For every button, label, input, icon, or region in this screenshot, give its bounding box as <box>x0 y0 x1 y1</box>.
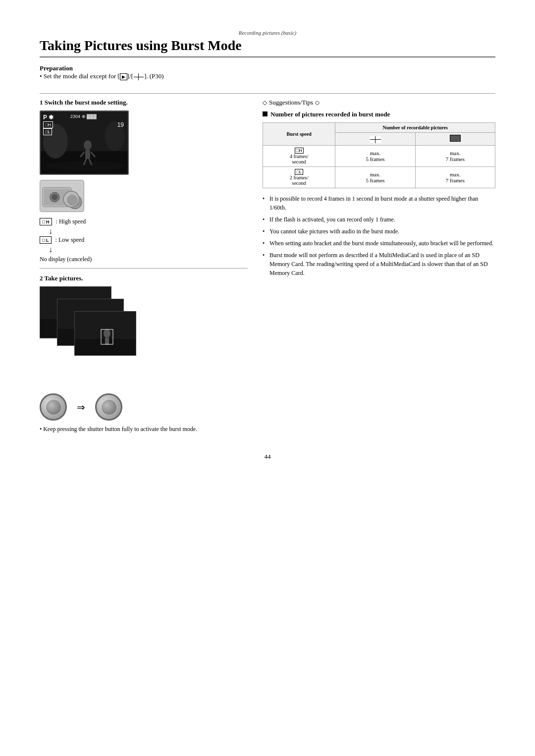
burst-photo-3 <box>74 311 136 356</box>
black-square-icon <box>263 111 268 116</box>
arrow-right-icon: ⇒ <box>77 401 85 413</box>
burst-icons: □H : High speed ↓ □L : Low speed ↓ No di… <box>40 218 248 263</box>
table-cell-val2-row1: max.7 frames <box>415 145 495 166</box>
section-title-text: Number of pictures recorded in burst mod… <box>270 110 390 118</box>
camera-count-indicator: 2304 ⊕ ▓▓▓ <box>70 114 97 119</box>
table-header-icon2 <box>415 133 495 146</box>
high-speed-label: : High speed <box>56 218 86 225</box>
page-title: Taking Pictures using Burst Mode <box>40 38 495 57</box>
tip-item-5: Burst mode will not perform as described… <box>263 251 495 277</box>
tip-item-3: You cannot take pictures with audio in t… <box>263 227 495 236</box>
camera-screen: P ✱ 2304 ⊕ ▓▓▓ 19 □H □L <box>40 110 129 175</box>
low-speed-label: : Low speed <box>55 236 85 244</box>
tip-item-4: When setting auto bracket and the burst … <box>263 239 495 248</box>
tip-item-2: If the flash is activated, you can recor… <box>263 215 495 224</box>
preparation-label: Preparation <box>40 64 495 72</box>
table-header-speed: Burst speed <box>263 123 335 146</box>
shutter-button-1 <box>40 393 67 421</box>
dial-svg <box>40 180 84 212</box>
low-speed-icon: □L <box>40 236 52 244</box>
table-header-icon1 <box>335 133 415 146</box>
controls-row <box>40 180 248 212</box>
section-block-title: Number of pictures recorded in burst mod… <box>263 110 495 118</box>
shutter-row: ⇒ <box>40 393 248 421</box>
table-cell-val1-row2: max.5 frames <box>335 166 415 188</box>
camera-dial-image <box>40 180 84 212</box>
svg-point-14 <box>68 195 82 209</box>
tips-bullets: It is possible to record 4 frames in 1 s… <box>263 194 495 277</box>
camera-preview-svg <box>41 111 129 175</box>
table-row: □L 2 frames/second max.5 frames max.7 fr… <box>263 166 495 188</box>
table-cell-icon-low: □L 2 frames/second <box>263 166 335 188</box>
table-cell-icon-high: □H 4 frames/second <box>263 145 335 166</box>
step2-label: 2 Take pictures. <box>40 274 248 282</box>
svg-point-17 <box>52 194 57 200</box>
svg-point-5 <box>84 140 92 150</box>
arrow-down-2: ↓ <box>49 246 248 254</box>
diamond-left: ◇ <box>263 99 267 107</box>
suggestions-header: ◇ Suggestions/Tips ◇ <box>263 99 495 107</box>
high-speed-icon: □H <box>40 218 52 225</box>
svg-point-15 <box>71 198 80 207</box>
preparation-text: • Set the mode dial except for [▶]/[]. (… <box>40 72 495 80</box>
svg-rect-30 <box>105 338 109 345</box>
shutter-note: • Keep pressing the shutter button fully… <box>40 426 248 433</box>
tip-item-1: It is possible to record 4 frames in 1 s… <box>263 194 495 212</box>
burst-photos-sequence <box>40 286 154 385</box>
table-cell-val1-row1: max.5 frames <box>335 145 415 166</box>
suggestions-title: Suggestions/Tips <box>269 99 313 107</box>
camera-mode-indicator: P ✱ <box>43 114 54 121</box>
diamond-right: ◇ <box>315 99 320 107</box>
section-divider <box>40 268 248 269</box>
burst-table: Burst speed Number of recordable picture… <box>263 122 495 188</box>
arrow-down-1: ↓ <box>49 227 248 235</box>
burst-h-icon: □H <box>43 121 53 128</box>
camera-number-indicator: 19 <box>117 121 124 128</box>
table-cell-val2-row2: max.7 frames <box>415 166 495 188</box>
step1-label: 1 Switch the burst mode setting. <box>40 99 248 107</box>
table-header-count: Number of recordable pictures <box>335 123 495 133</box>
no-display-text: No display (canceled) <box>40 256 248 263</box>
page-number: 44 <box>40 453 495 461</box>
burst-l-icon: □L <box>43 128 52 135</box>
page-subtitle: Recording pictures (basic) <box>40 30 495 36</box>
table-row: □H 4 frames/second max.5 frames max.7 fr… <box>263 145 495 166</box>
svg-point-29 <box>104 329 110 338</box>
shutter-button-2 <box>95 393 122 421</box>
svg-rect-6 <box>85 150 90 159</box>
